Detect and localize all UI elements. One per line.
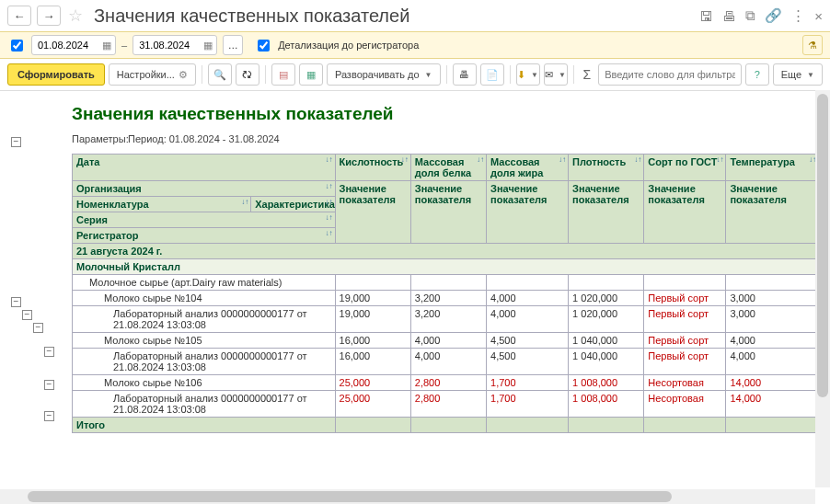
filter-funnel-icon[interactable]: ⚗ (802, 35, 823, 55)
scrollbar-thumb[interactable] (817, 94, 828, 397)
col-label: Номенклатура (76, 199, 149, 210)
more-button[interactable]: Еще ▼ (773, 63, 823, 86)
tree-collapse-node[interactable]: − (44, 347, 54, 357)
col-gost[interactable]: Сорт по ГОСТ↓↑ (644, 155, 726, 181)
sort-icon[interactable]: ↓↑ (401, 156, 409, 163)
cell-density: 1 008,000 (569, 391, 644, 418)
col-date[interactable]: Дата↓↑ (73, 155, 336, 181)
link-icon[interactable]: 🔗 (765, 7, 782, 24)
chevron-down-icon: ▼ (425, 71, 432, 79)
col-value[interactable]: Значение показателя (487, 181, 569, 244)
registrar-row[interactable]: Лабораторный анализ 0000000000177 от 21.… (73, 306, 819, 333)
send-button[interactable]: ✉▼ (544, 63, 568, 86)
chevron-down-icon: ▼ (559, 71, 566, 79)
tree-collapse-node[interactable]: − (22, 310, 32, 320)
preview-icon[interactable]: ⧉ (745, 7, 755, 24)
group-date-cell: 21 августа 2024 г. (73, 244, 819, 259)
tree-collapse-node[interactable]: − (11, 297, 21, 307)
collapse-groups-button[interactable]: ▤ (271, 63, 295, 86)
col-value[interactable]: Значение показателя (410, 181, 486, 244)
sort-icon[interactable]: ↓↑ (241, 199, 248, 205)
download-icon: ⬇ (517, 69, 525, 81)
col-value[interactable]: Значение показателя (569, 181, 644, 244)
scrollbar-thumb[interactable] (28, 491, 672, 502)
nav-back-button[interactable]: ← (7, 6, 31, 26)
print-icon[interactable]: 🖶 (722, 8, 736, 24)
col-value[interactable]: Значение показателя (335, 181, 410, 244)
col-value[interactable]: Значение показателя (726, 181, 819, 244)
settings-button[interactable]: Настройки... ⚙ (109, 63, 196, 86)
period-picker-button[interactable]: … (223, 35, 243, 55)
horizontal-scrollbar[interactable] (0, 489, 815, 504)
period-value: Период: 01.08.2024 - 31.08.2024 (128, 133, 280, 144)
tree-collapse-node[interactable]: − (44, 380, 54, 390)
col-series[interactable]: Серия↓↑ (73, 212, 336, 228)
favorite-star-icon[interactable]: ☆ (68, 6, 83, 26)
report-viewport[interactable]: − − − − − − − Значения качественных пока… (0, 90, 830, 504)
col-density[interactable]: Плотность↓↑ (569, 155, 644, 181)
date-to-field[interactable]: ▦ (133, 35, 217, 55)
page-setup-button[interactable]: 📄 (480, 63, 504, 86)
refresh-button[interactable]: 🗘 (236, 63, 259, 86)
col-org[interactable]: Организация↓↑ (73, 181, 336, 197)
registrar-row[interactable]: Лабораторный анализ 0000000000177 от 21.… (73, 349, 819, 375)
expand-to-button[interactable]: Разворачивать до ▼ (327, 63, 441, 86)
vertical-scrollbar[interactable] (815, 90, 830, 487)
col-registr[interactable]: Регистратор↓↑ (73, 228, 336, 244)
col-temp[interactable]: Температура↓↑ (726, 155, 819, 181)
cell-gost: Первый сорт (644, 306, 726, 333)
date-from-field[interactable]: ▦ (31, 35, 116, 55)
group-nomen-cell: Молочное сырье (арт.Dairy raw materials) (73, 275, 336, 291)
cell-temp: 4,000 (726, 349, 819, 375)
series-row[interactable]: Молоко сырье №10625,0002,8001,7001 008,0… (73, 375, 819, 391)
expand-icon: ▦ (306, 69, 316, 81)
detail-checkbox[interactable] (258, 40, 270, 52)
series-row[interactable]: Молоко сырье №10516,0004,0004,5001 040,0… (73, 333, 819, 349)
calendar-icon[interactable]: ▦ (102, 40, 111, 52)
group-nomen-row[interactable]: Молочное сырье (арт.Dairy raw materials) (73, 275, 819, 291)
help-button[interactable]: ? (745, 63, 769, 86)
group-date-row[interactable]: 21 августа 2024 г. (73, 244, 819, 259)
close-icon[interactable]: × (814, 8, 823, 24)
date-from-input[interactable] (36, 39, 98, 52)
registrar-row[interactable]: Лабораторный анализ 0000000000177 от 21.… (73, 391, 819, 418)
series-row[interactable]: Молоко сырье №10419,0003,2004,0001 020,0… (73, 291, 819, 306)
group-org-row[interactable]: Молочный Кристалл (73, 259, 819, 275)
sort-icon[interactable]: ↓↑ (326, 199, 333, 205)
col-value[interactable]: Значение показателя (644, 181, 726, 244)
sort-icon[interactable]: ↓↑ (326, 183, 333, 189)
date-to-input[interactable] (137, 39, 200, 52)
col-label: Значение показателя (415, 183, 471, 205)
more-menu-icon[interactable]: ⋮ (791, 7, 805, 24)
expand-groups-button[interactable]: ▦ (299, 63, 323, 86)
quick-filter-input[interactable] (598, 63, 742, 86)
generate-button[interactable]: Сформировать (7, 63, 105, 86)
tree-collapse-node[interactable]: − (11, 137, 21, 147)
find-button[interactable]: 🔍 (208, 63, 232, 86)
save-report-button[interactable]: ⬇▼ (516, 63, 540, 86)
tree-collapse-node[interactable]: − (33, 323, 43, 333)
print-button[interactable]: 🖶 (453, 63, 477, 86)
tree-collapse-node[interactable]: − (44, 411, 54, 421)
nav-forward-button[interactable]: → (37, 6, 61, 26)
sort-icon[interactable]: ↓↑ (634, 156, 641, 163)
cell-temp: 14,000 (726, 391, 819, 418)
sort-icon[interactable]: ↓↑ (326, 214, 333, 221)
save-icon[interactable]: 🖫 (699, 8, 713, 24)
sort-icon[interactable]: ↓↑ (326, 230, 333, 236)
calendar-icon[interactable]: ▦ (203, 40, 213, 52)
search-icon: 🔍 (213, 69, 226, 81)
period-enable-checkbox[interactable] (11, 40, 23, 52)
sort-icon[interactable]: ↓↑ (716, 156, 723, 163)
cell-gost: Первый сорт (644, 349, 726, 375)
sort-icon[interactable]: ↓↑ (559, 156, 566, 163)
col-protein[interactable]: Массовая доля белка↓↑ (410, 155, 486, 181)
gear-icon: ⚙ (179, 69, 188, 81)
col-char[interactable]: Характеристика↓↑ (251, 197, 335, 212)
sigma-icon[interactable]: Σ (583, 67, 592, 82)
sort-icon[interactable]: ↓↑ (326, 156, 333, 163)
col-acidity[interactable]: Кислотность↓↑ (335, 155, 410, 181)
col-nomen[interactable]: Номенклатура↓↑ (73, 197, 251, 212)
col-fat[interactable]: Массовая доля жира↓↑ (487, 155, 569, 181)
sort-icon[interactable]: ↓↑ (477, 156, 484, 163)
